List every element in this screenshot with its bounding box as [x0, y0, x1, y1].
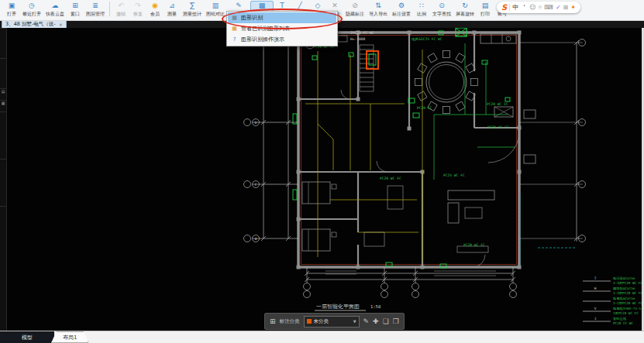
toolbar-button-label: 窗口 — [71, 10, 80, 17]
menu-item[interactable]: ▦ 查看已识别图形列表 — [228, 23, 336, 34]
left-strip-segment — [0, 111, 6, 159]
toolbar-button[interactable]: ☁ 快看云盘 — [43, 1, 67, 18]
annotation-tool-icon[interactable]: ❐ — [393, 317, 399, 325]
ime-brand-icon[interactable]: S — [501, 3, 507, 12]
ime-icon[interactable]: ＇ — [521, 2, 527, 13]
toolbar-button-label: 测量统计 — [183, 10, 201, 17]
ime-icons: 中 ＇ ☺ ⌾ ⌨ ✓ ⊞ ✦ — [512, 2, 576, 13]
toolbar-button-label: 打开 — [7, 10, 16, 17]
toolbar-button-icon: ◷ — [29, 2, 35, 10]
svg-text:PC20 CC WC: PC20 CC WC — [613, 321, 633, 325]
toolbar-button-icon: ∑ — [190, 2, 195, 10]
svg-text:电话线&Cat5e: 电话线&Cat5e — [613, 276, 635, 280]
tab-model[interactable]: 模型 — [0, 331, 54, 343]
document-tab-title: 3、48 别墅-电气（设- — [5, 21, 56, 28]
toolbar-button[interactable]: ◉ 会员 — [146, 1, 164, 18]
svg-text:1~2层PC20 WC FC: 1~2层PC20 WC FC — [613, 301, 642, 305]
category-color-swatch — [307, 319, 312, 324]
toolbar-button[interactable]: ∷ 比例 — [413, 1, 430, 18]
annotation-tool-icon[interactable]: ✎ — [363, 317, 370, 325]
toolbar-button[interactable]: ↷ 恢复 — [129, 1, 146, 18]
toolbar-button-icon: T — [280, 2, 284, 10]
toolbar-button-icon: ≣ — [92, 2, 98, 10]
svg-text:D: D — [255, 121, 257, 125]
dimension-lines: EDCA — [244, 39, 586, 298]
close-icon[interactable]: × — [59, 22, 63, 27]
status-bar: 模型 布局1 — [0, 331, 644, 343]
toolbar-button-label: 撤销 — [116, 10, 126, 17]
svg-text:J: J — [594, 317, 597, 321]
left-strip-segment — [0, 159, 6, 206]
toolbar-button[interactable]: ↻ 屏幕旋转 — [453, 1, 477, 18]
svg-text:1~3层PC20 WC FC: 1~3层PC20 WC FC — [613, 291, 642, 295]
svg-text:H: H — [594, 286, 597, 290]
toolbar-button[interactable]: ▤ 打印 — [477, 1, 494, 18]
ime-icon[interactable]: ⌾ — [539, 2, 542, 13]
toolbar-button-label: 文字查找 — [432, 10, 451, 17]
chevron-down-icon: ▼ — [353, 319, 356, 324]
toolbar-button[interactable]: ▣ 打开 — [3, 1, 20, 18]
toolbar-button[interactable]: ◷ 最近打开 — [20, 1, 43, 18]
tab-layout1[interactable]: 布局1 — [51, 331, 88, 343]
toolbar-button-label: 屏幕旋转 — [456, 10, 474, 17]
toolbar-button-label: 测量 — [167, 10, 177, 17]
menu-item[interactable]: ▩ 图形识别 — [228, 12, 336, 23]
grid-icon[interactable]: ⊞ — [270, 317, 276, 325]
category-select-value: 未分类 — [314, 318, 329, 325]
annotation-tool-icon[interactable]: ❏ — [383, 317, 389, 325]
ime-icon[interactable]: ⊞ — [563, 2, 569, 13]
toolbar-button-label: 比例 — [417, 10, 426, 17]
toolbar-button[interactable]: ⊿ 测量 — [164, 1, 181, 18]
svg-text:PC20 WC FC: PC20 WC FC — [487, 125, 509, 129]
toolbar-button-label: 打印 — [480, 10, 490, 17]
toolbar-button-label: 标注设置 — [392, 10, 411, 17]
ime-separator — [509, 4, 510, 11]
symbols-green — [293, 28, 510, 268]
toolbar-button[interactable]: ⊙ 文字查找 — [430, 1, 453, 18]
svg-text:2SC25 FC WC: 2SC25 FC WC — [350, 31, 374, 35]
toolbar-separator — [109, 2, 110, 16]
left-sidebar-strip[interactable]: ▤ ▦ — [0, 28, 7, 331]
toolbar-button[interactable]: ⊞ 窗口 — [67, 1, 84, 18]
toolbar-button-icon: ⊞ — [72, 2, 78, 10]
toolbar-button[interactable]: ⊘ 隐藏标注 — [343, 1, 367, 18]
ime-icon[interactable]: 中 — [512, 2, 518, 13]
toolbar-button[interactable]: ⚙ 标注设置 — [390, 1, 413, 18]
toolbar-button-icon: ◉ — [152, 2, 158, 10]
floor-plan-furniture — [302, 34, 536, 276]
annotation-tool-icon[interactable]: ✚ — [373, 317, 379, 325]
svg-text:T: T — [594, 276, 597, 280]
toolbar-button-label: 图纸对比 — [206, 10, 225, 17]
ime-icon[interactable]: ⌨ — [544, 2, 553, 13]
svg-text:PC25 WC FC: PC25 WC FC — [443, 173, 465, 177]
toolbar-button-icon: ⇅ — [375, 2, 381, 10]
left-strip-segment — [0, 206, 6, 300]
menu-item-label: 图形识别操作演示 — [241, 36, 284, 43]
ime-icon[interactable]: ✦ — [570, 2, 576, 13]
menu-item-icon: ▩ — [231, 15, 238, 21]
svg-text:电视线&Cat5e: 电视线&Cat5e — [613, 297, 635, 300]
wiring-cyan — [520, 194, 577, 266]
svg-text:PC20 CC: PC20 CC — [417, 106, 432, 110]
svg-text:1层PC20 WC FC: 1层PC20 WC FC — [613, 311, 639, 315]
toolbar-button-icon: ⊿ — [169, 2, 175, 10]
toolbar-button[interactable]: ≣ 图层管理 — [84, 1, 107, 18]
toolbar-button[interactable]: ▥ 图纸对比 — [204, 1, 227, 18]
svg-text:PC20 WC FC: PC20 WC FC — [463, 243, 485, 247]
category-select[interactable]: 未分类 ▼ — [304, 316, 360, 328]
left-strip-segment — [0, 28, 6, 58]
menu-item[interactable]: ? 图形识别操作演示 — [228, 34, 336, 45]
highlight-box — [367, 51, 378, 69]
toolbar-button-icon: ╱ — [298, 2, 301, 10]
ime-icon[interactable]: ☺ — [529, 2, 536, 13]
svg-text:电井&SC25 FC WC: 电井&SC25 FC WC — [412, 37, 443, 41]
toolbar-button-icon: ↶ — [118, 2, 124, 10]
svg-text:H=-1000: H=-1000 — [350, 37, 366, 41]
ime-icon[interactable]: ✓ — [556, 2, 561, 13]
toolbar-button-label: 快看云盘 — [46, 10, 64, 17]
toolbar-button-label: 最近打开 — [22, 10, 41, 17]
toolbar-button[interactable]: ↶ 撤销 — [112, 1, 129, 18]
toolbar-button[interactable]: ∑ 测量统计 — [181, 1, 204, 18]
toolbar-button[interactable]: ⇅ 导入导出 — [367, 1, 390, 18]
cad-drawing-canvas[interactable]: EDCARYJV-6x1.5+SYV-75-32SC25 FC WCH=-100… — [0, 0, 644, 343]
